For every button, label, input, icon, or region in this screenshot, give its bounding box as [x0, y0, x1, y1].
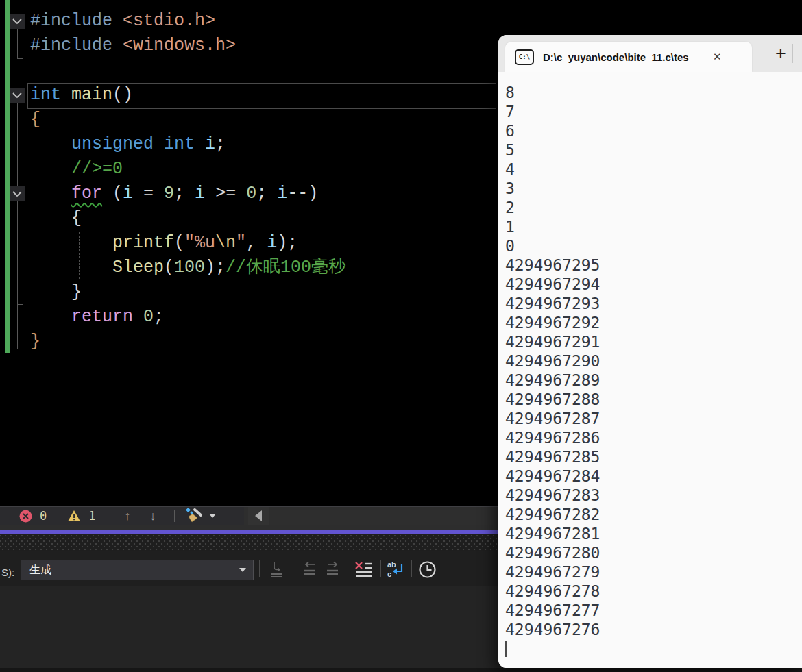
separator — [174, 510, 175, 522]
fold-chevron-icon[interactable] — [10, 14, 25, 29]
screen: #include <stdio.h>#include <windows.h>in… — [0, 0, 802, 672]
fold-guide — [17, 29, 18, 58]
warning-count: 1 — [88, 509, 95, 523]
console-line: 4294967290 — [505, 351, 802, 371]
console-line: 4294967289 — [505, 371, 802, 390]
console-line: 4294967279 — [505, 562, 802, 582]
fold-guide-tick — [17, 304, 23, 305]
console-line: 4294967277 — [505, 601, 802, 620]
fold-guide-tick — [17, 349, 23, 349]
console-line: 1 — [505, 217, 802, 236]
code-area[interactable]: #include <stdio.h>#include <windows.h>in… — [30, 9, 345, 354]
code-line: int main() — [30, 83, 345, 108]
separator — [293, 560, 293, 577]
combobox-value: 生成 — [29, 563, 51, 577]
dropdown-caret-icon — [209, 514, 216, 518]
svg-text:ab: ab — [387, 560, 396, 569]
terminal-window: C:\ D:\c_yuyan\code\bite_11.c\tes ✕ + 87… — [498, 35, 802, 668]
terminal-tab[interactable]: C:\ D:\c_yuyan\code\bite_11.c\tes ✕ — [505, 42, 752, 72]
code-line — [30, 58, 345, 83]
separator — [259, 560, 260, 577]
warnings-indicator[interactable]: 1 — [67, 509, 95, 523]
console-line: 5 — [505, 140, 802, 160]
console-line: 4294967291 — [505, 332, 802, 351]
console-line: 4294967293 — [505, 294, 802, 313]
new-tab-button[interactable]: + — [769, 43, 792, 64]
console-line: 3 — [505, 179, 802, 198]
code-line: unsigned int i; — [30, 132, 345, 157]
console-line: 0 — [505, 236, 802, 256]
code-line: { — [30, 206, 345, 231]
code-line: } — [30, 329, 345, 354]
fold-guide-tick — [17, 58, 23, 59]
errors-icon — [19, 510, 32, 523]
warnings-icon — [67, 510, 81, 522]
code-line: printf("%u\n", i); — [30, 231, 345, 256]
horizontal-scrollbar[interactable] — [244, 507, 499, 525]
console-line: 8 — [505, 83, 802, 102]
console-output: 8765432104294967295429496729442949672934… — [505, 83, 802, 639]
timestamp-clock-icon[interactable] — [417, 560, 437, 578]
code-cleanup-broom-icon — [184, 508, 203, 524]
console-line: 4294967288 — [505, 390, 802, 409]
close-tab-icon[interactable]: ✕ — [713, 51, 722, 63]
output-source-label: S): — [1, 567, 14, 578]
code-line: { — [30, 108, 345, 132]
separator — [380, 560, 381, 577]
chevron-down-icon — [239, 568, 246, 572]
scroll-left-icon — [255, 510, 262, 521]
console-line: 6 — [505, 121, 802, 140]
code-line: return 0; — [30, 305, 345, 329]
goto-location-icon[interactable] — [266, 560, 287, 578]
code-line: //>=0 — [30, 157, 345, 182]
next-message-icon[interactable] — [322, 560, 343, 578]
terminal-body[interactable]: 8765432104294967295429496729442949672934… — [498, 72, 802, 668]
changed-lines-bar — [5, 0, 10, 353]
prev-message-icon[interactable] — [300, 560, 320, 578]
clear-all-icon[interactable] — [353, 560, 374, 578]
code-line: Sleep(100);//休眠100毫秒 — [30, 256, 345, 280]
console-line: 4294967292 — [505, 313, 802, 332]
console-line: 4294967278 — [505, 582, 802, 601]
terminal-tab-title: D:\c_yuyan\code\bite_11.c\tes — [543, 51, 709, 63]
console-line: 4294967281 — [505, 524, 802, 543]
terminal-tabbar: C:\ D:\c_yuyan\code\bite_11.c\tes ✕ + — [498, 35, 802, 72]
terminal-cursor — [505, 641, 507, 657]
bottom-strip — [0, 668, 802, 672]
svg-text:c: c — [387, 570, 391, 578]
word-wrap-icon[interactable]: ab c — [385, 560, 406, 578]
fold-guide — [17, 103, 18, 349]
output-source-combobox[interactable]: 生成 — [21, 560, 254, 580]
code-cleanup-button[interactable] — [184, 508, 216, 524]
console-line: 4294967280 — [505, 543, 802, 562]
console-line: 4294967284 — [505, 466, 802, 486]
code-editor: #include <stdio.h>#include <windows.h>in… — [0, 0, 499, 506]
code-line: } — [30, 280, 345, 305]
console-line: 4294967276 — [505, 620, 802, 639]
editor-diagnostics-bar: 0 1 ↑ ↓ — [0, 506, 499, 525]
console-line: 4294967286 — [505, 428, 802, 447]
fold-chevron-icon[interactable] — [10, 88, 25, 103]
console-line: 4294967285 — [505, 447, 802, 466]
prev-issue-icon[interactable]: ↑ — [125, 510, 131, 522]
separator — [792, 44, 793, 63]
console-line: 4294967295 — [505, 256, 802, 275]
console-line: 4294967294 — [505, 275, 802, 294]
console-line: 7 — [505, 102, 802, 121]
console-line: 4294967283 — [505, 486, 802, 505]
code-line: #include <stdio.h> — [30, 9, 345, 34]
code-line: #include <windows.h> — [30, 34, 345, 58]
code-line: for (i = 9; i >= 0; i--) — [30, 182, 345, 206]
errors-indicator[interactable]: 0 — [19, 509, 47, 523]
console-line: 4294967282 — [505, 505, 802, 524]
cmd-prompt-icon: C:\ — [515, 49, 534, 65]
console-line: 2 — [505, 198, 802, 217]
separator — [411, 560, 412, 577]
scroll-left-button[interactable] — [248, 507, 269, 525]
next-issue-icon[interactable]: ↓ — [150, 510, 156, 522]
console-line: 4294967287 — [505, 409, 802, 428]
separator — [348, 560, 348, 577]
console-line: 4 — [505, 160, 802, 179]
fold-chevron-icon[interactable] — [10, 186, 25, 201]
error-count: 0 — [40, 509, 47, 523]
